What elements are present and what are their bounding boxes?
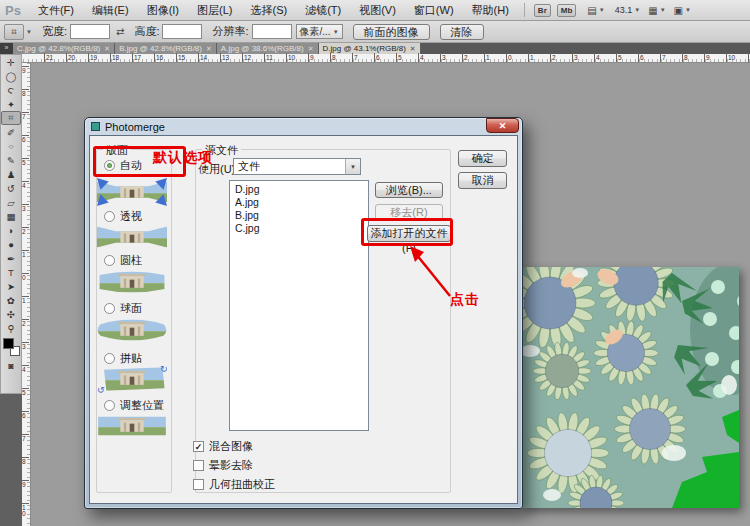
menu-item-8[interactable]: 帮助(H) [463, 4, 518, 16]
checkbox-unchecked[interactable] [193, 460, 204, 471]
layout-thumbnail-perspective [97, 222, 167, 252]
pen-tool[interactable]: ✒ [1, 251, 21, 265]
hand-tool[interactable]: ✣ [1, 307, 21, 321]
checkbox-row[interactable]: 几何扭曲校正 [193, 477, 275, 492]
width-input[interactable] [70, 24, 110, 39]
layout-thumbnail-reposition [97, 411, 167, 441]
layout-thumbnail-spherical [97, 315, 167, 345]
menu-item-7[interactable]: 窗口(W) [405, 4, 463, 16]
brush-tool[interactable]: ✎ [1, 153, 21, 167]
resolution-input[interactable] [252, 24, 292, 39]
radio-reposition[interactable] [104, 400, 115, 411]
layout-thumbnail-collage: ↻↺ [97, 364, 167, 394]
document-canvas[interactable] [522, 267, 739, 508]
ps-logo: Ps [0, 3, 29, 18]
source-file-list[interactable]: D.jpgA.jpgB.jpgC.jpg [229, 180, 369, 431]
radio-spherical[interactable] [104, 303, 115, 314]
gradient-tool[interactable]: ▦ [1, 209, 21, 223]
chevron-down-icon: ▼ [660, 7, 666, 13]
chevron-down-icon: ▼ [26, 29, 32, 35]
radio-collage[interactable] [104, 353, 115, 364]
dialog-title-bar[interactable]: Photomerge [87, 119, 520, 134]
height-label: 高度: [134, 24, 159, 39]
checkbox-checked[interactable]: ✓ [193, 441, 204, 452]
checkbox-row[interactable]: ✓混合图像 [193, 439, 253, 454]
type-tool[interactable]: T [1, 265, 21, 279]
quick-mask-button[interactable]: ◙ [1, 359, 21, 372]
divider [524, 3, 525, 17]
minibridge-button[interactable]: Mb [557, 4, 577, 17]
blur-tool[interactable]: ◗ [1, 223, 21, 237]
marquee-tool[interactable]: ◯ [1, 69, 21, 83]
color-swatches[interactable] [1, 337, 21, 359]
history-brush-tool[interactable]: ↺ [1, 181, 21, 195]
layout-option-spherical[interactable]: 球面 [104, 301, 142, 316]
swap-dimensions-icon[interactable]: ⇄ [116, 26, 124, 37]
file-list-item[interactable]: B.jpg [230, 209, 368, 222]
screen-mode-icon[interactable]: ▣ [674, 5, 683, 16]
healing-brush-tool[interactable]: ⌔ [1, 139, 21, 153]
menu-item-5[interactable]: 滤镜(T) [296, 4, 350, 16]
lasso-tool[interactable]: Ϛ [1, 83, 21, 97]
svg-text:↺: ↺ [97, 385, 105, 394]
layout-option-label: 球面 [120, 301, 142, 316]
clone-stamp-tool[interactable]: ♟ [1, 167, 21, 181]
menu-item-6[interactable]: 视图(V) [350, 4, 405, 16]
file-list-item[interactable]: D.jpg [230, 183, 368, 196]
crop-tool[interactable]: ⌗ [1, 111, 21, 125]
dialog-body: 版面 自动透视圆柱球面拼贴↻↺调整位置 源文件 使用(U): 文件 ▼ D.jp… [89, 135, 518, 504]
checkbox-label: 混合图像 [209, 439, 253, 454]
checkbox-row[interactable]: 晕影去除 [193, 458, 253, 473]
tool-palette: ✛◯Ϛ✦⌗✐⌔✎♟↺▱▦◗●✒T➤✿✣⚲◙ [0, 54, 22, 394]
cancel-button[interactable]: 取消 [458, 172, 507, 189]
eyedropper-tool[interactable]: ✐ [1, 125, 21, 139]
height-input[interactable] [162, 24, 202, 39]
svg-text:↻: ↻ [160, 364, 167, 374]
zoom-tool[interactable]: ⚲ [1, 321, 21, 335]
layout-option-cylindrical[interactable]: 圆柱 [104, 253, 142, 268]
path-select-tool[interactable]: ➤ [1, 279, 21, 293]
menu-item-2[interactable]: 图像(I) [138, 4, 188, 16]
front-image-button[interactable]: 前面的图像 [353, 24, 430, 40]
checkbox-label: 晕影去除 [209, 458, 253, 473]
checkbox-unchecked[interactable] [193, 479, 204, 490]
tab-close-icon[interactable]: ✕ [410, 43, 416, 54]
menu-item-0[interactable]: 文件(F) [29, 4, 83, 16]
arrange-documents-icon[interactable]: ▦ [648, 5, 657, 16]
clear-button[interactable]: 清除 [440, 24, 484, 40]
view-extras-icon[interactable]: ▤ [587, 5, 596, 16]
bridge-button[interactable]: Br [534, 4, 551, 17]
panel-chevron-icon[interactable]: » [0, 43, 13, 54]
ok-button[interactable]: 确定 [458, 150, 507, 167]
horizontal-ruler: 2120191817161514131211109876543210123456… [10, 54, 750, 63]
menu-items: 文件(F)编辑(E)图像(I)图层(L)选择(S)滤镜(T)视图(V)窗口(W)… [29, 0, 518, 21]
eraser-tool[interactable]: ▱ [1, 195, 21, 209]
menu-item-3[interactable]: 图层(L) [188, 4, 241, 16]
chevron-down-icon: ▼ [634, 7, 640, 13]
foreground-color-swatch[interactable] [3, 338, 14, 349]
default-option-annotation: 默认选项 [153, 149, 213, 167]
menu-bar: Ps 文件(F)编辑(E)图像(I)图层(L)选择(S)滤镜(T)视图(V)窗口… [0, 0, 750, 21]
dodge-tool[interactable]: ● [1, 237, 21, 251]
browse-button[interactable]: 浏览(B)... [375, 182, 443, 198]
shape-tool[interactable]: ✿ [1, 293, 21, 307]
radio-cylindrical[interactable] [104, 255, 115, 266]
document-tab-0[interactable]: C.jpg @ 42.8%(RGB/8)✕ [13, 43, 115, 54]
zoom-level[interactable]: 43.1 [615, 5, 633, 15]
dialog-title: Photomerge [105, 121, 165, 133]
move-tool[interactable]: ✛ [1, 55, 21, 69]
layout-thumbnail-auto [97, 177, 167, 207]
use-select[interactable]: 文件 ▼ [233, 158, 361, 175]
dialog-icon [91, 122, 100, 131]
layout-option-label: 圆柱 [120, 253, 142, 268]
quick-selection-tool[interactable]: ✦ [1, 97, 21, 111]
radio-perspective[interactable] [104, 211, 115, 222]
menu-item-1[interactable]: 编辑(E) [83, 4, 138, 16]
file-list-item[interactable]: A.jpg [230, 196, 368, 209]
file-list-item[interactable]: C.jpg [230, 222, 368, 235]
click-annotation: 点击 [450, 291, 480, 309]
crop-tool-icon[interactable]: ⌗ [4, 24, 24, 40]
resolution-unit-select[interactable]: 像素/...▼ [296, 24, 343, 39]
menu-item-4[interactable]: 选择(S) [241, 4, 296, 16]
close-button[interactable]: ✕ [486, 118, 519, 133]
